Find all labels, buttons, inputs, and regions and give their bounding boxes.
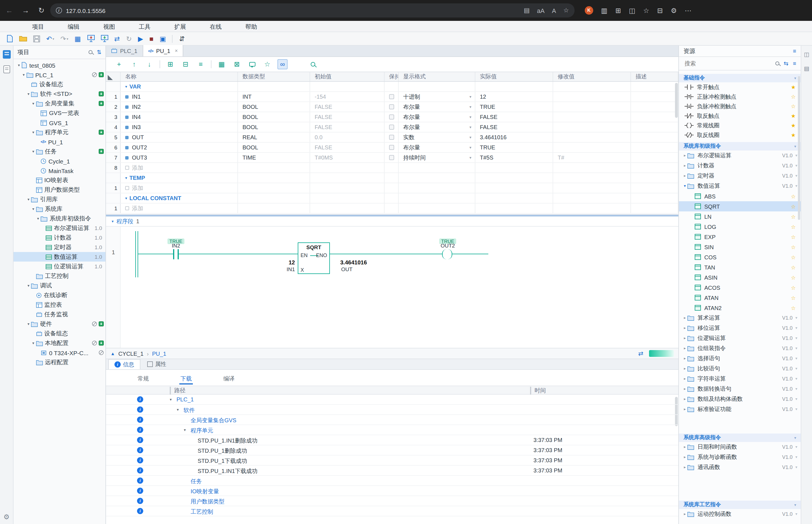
expand-arrow-icon[interactable]: ▾ <box>177 408 179 412</box>
save-icon[interactable] <box>33 35 40 42</box>
tree-item[interactable]: ▾系统库 <box>14 204 105 214</box>
initial-value[interactable]: FALSE <box>310 112 385 122</box>
modify-value[interactable] <box>553 143 631 152</box>
library-manager-icon[interactable]: ▦ <box>75 35 81 42</box>
breadcrumb-pou[interactable]: PU_1 <box>152 350 166 357</box>
menu-item[interactable]: 视图 <box>91 20 127 32</box>
message-link[interactable]: 任务 <box>191 477 202 486</box>
checkbox[interactable] <box>389 104 394 109</box>
favorite-star-icon[interactable]: ☆ <box>791 305 796 311</box>
tab-PU_1[interactable]: </>PU_1× <box>143 45 183 56</box>
expand-arrow-icon[interactable]: ▸ <box>682 377 687 381</box>
close-icon[interactable]: × <box>175 48 178 53</box>
variable-row[interactable]: 6OUT2BOOLFALSE布尔量▾TRUE <box>106 143 678 153</box>
column-header[interactable]: 修改值 <box>553 72 631 81</box>
upload-from-plc-icon[interactable] <box>101 35 108 42</box>
breadcrumb-task[interactable]: CYCLE_1 <box>118 350 144 357</box>
favorite-star-icon[interactable]: ☆ <box>791 254 796 260</box>
coil-left[interactable] <box>442 249 446 259</box>
grid-view-icon[interactable]: ▦ <box>216 59 227 69</box>
menu-item[interactable]: 扩展 <box>162 20 198 32</box>
coil-name[interactable]: OUT2 <box>431 242 465 249</box>
tree-item[interactable]: ▾硬件 <box>14 319 105 329</box>
tree-item[interactable]: 远程配置 <box>14 357 105 367</box>
display-format-select[interactable]: 布尔量▾ <box>399 112 475 122</box>
function-item[interactable]: ASIN☆ <box>679 272 801 282</box>
section-header[interactable]: 基础指令▾ <box>679 74 801 82</box>
initial-value[interactable]: -154 <box>310 92 385 101</box>
favorite-star-icon[interactable]: ☆ <box>791 274 796 280</box>
tree-item[interactable]: ▾全局变量集 <box>14 99 105 108</box>
section-header[interactable]: 系统库初级指令▾ <box>679 142 801 150</box>
checkbox[interactable] <box>389 155 394 160</box>
add-variable-button[interactable]: 添加 <box>121 163 238 173</box>
favorite-star-icon[interactable]: ☆ <box>791 103 796 109</box>
section-header[interactable]: 系统库高级指令▾ <box>679 433 801 442</box>
subtab-常规[interactable]: 常规 <box>122 375 165 386</box>
compile-order-icon[interactable]: ⇵ <box>179 35 185 42</box>
tree-item[interactable]: ▾任务 <box>14 147 105 156</box>
modify-value[interactable]: T# <box>553 153 631 162</box>
expand-arrow-icon[interactable]: ▸ <box>682 326 687 330</box>
expand-arrow-icon[interactable]: ▾ <box>35 216 40 221</box>
back-button[interactable]: ← <box>6 6 13 15</box>
clipboard-icon[interactable]: ▤ <box>524 7 530 14</box>
favorite-star-icon[interactable]: ★ <box>791 122 796 129</box>
extensions-icon[interactable]: ⊞ <box>616 6 621 14</box>
actual-value[interactable]: 3.4641016 <box>475 132 553 142</box>
initial-value[interactable]: 0.0 <box>310 132 385 142</box>
initial-value[interactable]: FALSE <box>310 122 385 132</box>
library-folder-item[interactable]: ▸位组装指令V1.0▾ <box>679 343 801 354</box>
zoom-icon[interactable] <box>308 59 318 69</box>
search-icon[interactable] <box>775 62 779 65</box>
favorite-star-icon[interactable]: ☆ <box>791 203 796 210</box>
initial-value[interactable]: FALSE <box>310 102 385 112</box>
more-icon[interactable]: ⋯ <box>685 6 692 14</box>
tree-item[interactable]: ▾本地配置 <box>14 338 105 348</box>
collapse-all-icon[interactable]: ≡ <box>793 48 796 54</box>
expand-arrow-icon[interactable]: ▸ <box>682 336 687 341</box>
checkbox[interactable] <box>389 145 394 150</box>
variable-type[interactable]: BOOL <box>238 112 310 122</box>
initial-value[interactable]: T#0MS <box>310 153 385 162</box>
variable-type[interactable]: REAL <box>238 132 310 142</box>
expand-arrow-icon[interactable]: ▸ <box>682 387 687 391</box>
message-link[interactable]: 软件 <box>183 407 195 414</box>
menu-item[interactable]: 编辑 <box>56 20 91 32</box>
collections-icon[interactable]: ⊟ <box>657 6 663 14</box>
message-link[interactable]: 全局变量集合GVS <box>191 416 236 425</box>
tree-item[interactable]: GVS_1 <box>14 118 105 127</box>
tree-item[interactable]: 位逻辑运算1.0 <box>14 262 105 271</box>
scrollbar-thumb[interactable] <box>675 83 678 118</box>
function-item[interactable]: LOG☆ <box>679 222 801 232</box>
group-row[interactable]: ▾LOCAL CONSTANT <box>106 193 678 203</box>
column-header[interactable]: 显示格式 <box>399 72 475 81</box>
function-item[interactable]: ATAN☆ <box>679 293 801 303</box>
instruction-item[interactable]: 负脉冲检测触点☆ <box>679 101 801 111</box>
chart-icon[interactable] <box>293 59 303 69</box>
checkbox[interactable] <box>389 135 394 140</box>
library-folder-item[interactable]: ▸算术运算V1.0▾ <box>679 313 801 323</box>
tree-item[interactable]: 用户数据类型 <box>14 185 105 195</box>
comment-icon[interactable] <box>247 59 257 69</box>
expand-arrow-icon[interactable]: ▾ <box>682 184 687 188</box>
favorite-star-icon[interactable]: ☆ <box>791 94 796 100</box>
sort-icon[interactable]: ⇅ <box>97 49 101 55</box>
favorite-star-icon[interactable]: ☆ <box>791 193 796 199</box>
message-link[interactable]: IO映射变量 <box>191 488 219 495</box>
notes-icon[interactable] <box>3 65 10 73</box>
compare-icon[interactable]: ▣ <box>160 35 166 42</box>
favorite-icon[interactable]: ☆ <box>262 59 272 69</box>
checkbox[interactable] <box>389 94 394 99</box>
search-icon[interactable] <box>88 50 92 54</box>
column-header[interactable]: 描述 <box>631 72 678 81</box>
tree-item[interactable]: </>PU_1 <box>14 137 105 147</box>
expand-arrow-icon[interactable]: ▾ <box>31 101 36 106</box>
tab-PLC_1[interactable]: PLC_1 <box>106 45 143 56</box>
function-item[interactable]: ACOS☆ <box>679 282 801 293</box>
modify-value[interactable] <box>553 112 631 122</box>
tree-item[interactable]: 任务监视 <box>14 310 105 319</box>
expand-arrow-icon[interactable]: ▸ <box>682 346 687 351</box>
library-folder-item[interactable]: ▸字符串运算V1.0▾ <box>679 374 801 384</box>
instruction-item[interactable]: 正脉冲检测触点☆ <box>679 92 801 101</box>
